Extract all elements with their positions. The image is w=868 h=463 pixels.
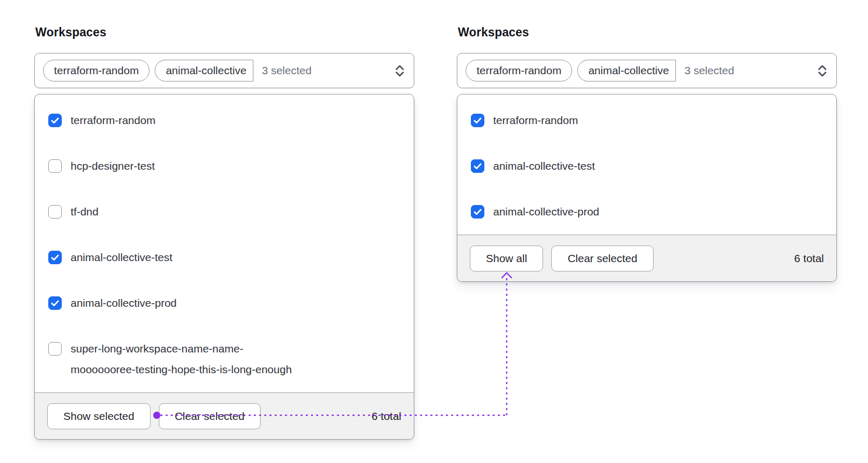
workspace-option-row[interactable]: animal-collective-test [35,235,414,280]
check-icon [473,209,482,215]
workspace-option-label: terraform-random [493,110,578,131]
check-icon [51,300,59,307]
selected-tag-pill[interactable]: terraform-random [466,60,572,81]
left-workspaces-filter: Workspaces terraform-random animal-colle… [34,25,414,440]
workspace-option-label: animal-collective-prod [71,293,177,314]
check-icon [473,163,482,170]
dropdown-footer: Show selected Clear selected 6 total [35,392,414,439]
multiselect-trigger[interactable]: terraform-random animal-collective 3 sel… [457,53,837,88]
total-count-label: 6 total [372,410,401,423]
show-all-button[interactable]: Show all [470,246,543,271]
checkbox[interactable] [48,114,62,127]
checkbox[interactable] [48,205,62,219]
page-title: Workspaces [35,25,414,39]
check-icon [473,117,482,124]
workspace-option-row[interactable]: terraform-random [35,98,414,143]
clear-selected-button[interactable]: Clear selected [159,403,261,429]
chevron-up-down-icon [394,64,405,78]
workspace-option-row[interactable]: animal-collective-prod [457,189,836,235]
workspace-option-label: animal-collective-prod [493,201,599,222]
workspace-option-label: tf-dnd [71,201,99,222]
check-icon [51,117,59,124]
workspace-options-list: terraform-random hcp-designer-test [35,94,414,392]
checkbox[interactable] [48,251,62,264]
workspace-option-label: hcp-designer-test [71,156,155,176]
selected-tag-pill-truncated[interactable]: animal-collective [155,60,253,81]
total-count-label: 6 total [794,252,824,265]
page-title: Workspaces [458,25,837,39]
right-workspaces-filter: Workspaces terraform-random animal-colle… [457,25,837,282]
checkbox[interactable] [471,159,484,173]
multiselect-dropdown: terraform-random animal-collective-test [457,94,837,282]
checkbox[interactable] [48,159,62,173]
workspace-option-label: super-long-workspace-name-name-moooooore… [71,338,303,380]
chevron-up-down-icon [817,64,828,78]
workspace-option-row[interactable]: animal-collective-prod [35,280,414,326]
checkbox[interactable] [471,114,484,127]
selected-count-label: 3 selected [262,64,311,77]
selected-count-label: 3 selected [684,64,734,77]
workspaces-multiselect-demo: Workspaces terraform-random animal-colle… [0,0,868,463]
selected-tag-pill-truncated[interactable]: animal-collective [577,60,676,81]
workspace-option-label: animal-collective-test [493,156,595,176]
workspace-option-row[interactable]: animal-collective-test [457,143,836,189]
multiselect-dropdown: terraform-random hcp-designer-test [34,94,414,440]
selected-tag-pill[interactable]: terraform-random [43,60,150,81]
workspace-option-label: terraform-random [71,110,155,131]
workspace-option-row[interactable]: hcp-designer-test [35,143,414,189]
workspace-option-label: animal-collective-test [71,247,172,268]
show-selected-button[interactable]: Show selected [47,403,151,429]
checkbox[interactable] [471,205,484,219]
workspace-option-row[interactable]: super-long-workspace-name-name-moooooore… [35,326,414,392]
checkbox[interactable] [48,296,62,310]
checkbox[interactable] [48,342,62,356]
multiselect-trigger[interactable]: terraform-random animal-collective 3 sel… [34,53,414,88]
workspace-option-row[interactable]: tf-dnd [35,189,414,235]
workspace-options-list: terraform-random animal-collective-test [457,94,836,235]
check-icon [51,254,59,261]
workspace-option-row[interactable]: terraform-random [457,98,836,143]
dropdown-footer: Show all Clear selected 6 total [457,235,836,281]
clear-selected-button[interactable]: Clear selected [551,246,653,271]
